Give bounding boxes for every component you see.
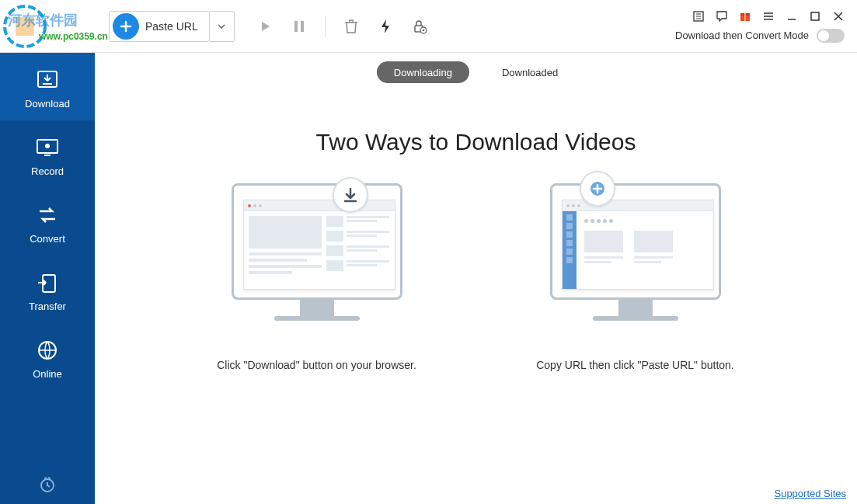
sidebar-item-record[interactable]: Record — [0, 120, 95, 188]
sidebar: Download Record Convert Transfer Online — [0, 53, 95, 504]
notes-icon[interactable] — [692, 10, 705, 23]
close-icon[interactable] — [832, 10, 845, 23]
svg-rect-2 — [301, 21, 304, 32]
sidebar-item-label: Download — [25, 98, 70, 109]
add-plus-icon — [580, 171, 615, 207]
scheduler-icon[interactable] — [0, 465, 95, 504]
download-arrow-icon — [333, 177, 368, 213]
method-paste-url: Copy URL then click "Paste URL" button. — [519, 183, 752, 374]
sidebar-item-online[interactable]: Online — [0, 323, 95, 391]
bolt-icon[interactable] — [377, 18, 394, 35]
online-icon — [34, 339, 61, 362]
trash-icon[interactable] — [343, 18, 360, 35]
method-caption: Click "Download" button on your browser. — [217, 357, 416, 374]
menu-icon[interactable] — [762, 10, 775, 23]
download-icon — [34, 68, 61, 92]
plus-icon — [113, 13, 139, 40]
feedback-icon[interactable] — [716, 10, 728, 23]
convert-mode-toggle[interactable] — [817, 29, 845, 43]
method-caption: Copy URL then click "Paste URL" button. — [536, 357, 734, 374]
paste-url-label: Paste URL — [145, 20, 209, 33]
transfer-icon — [34, 271, 61, 294]
page-title: Two Ways to Download Videos — [316, 129, 636, 155]
gift-icon[interactable] — [739, 10, 751, 23]
svg-point-5 — [422, 29, 424, 31]
separator — [325, 16, 326, 37]
sidebar-item-label: Convert — [30, 233, 65, 245]
watermark-url: www.pc0359.cn — [39, 31, 108, 42]
sidebar-item-label: Transfer — [29, 301, 66, 312]
play-icon[interactable] — [256, 18, 273, 35]
convert-icon — [34, 203, 61, 227]
sidebar-item-convert[interactable]: Convert — [0, 188, 95, 255]
svg-rect-1 — [294, 21, 298, 32]
svg-rect-9 — [744, 13, 746, 21]
convert-mode-label: Download then Convert Mode — [675, 30, 809, 41]
sidebar-item-label: Record — [31, 165, 64, 177]
method-browser-extension: Click "Download" button on your browser. — [200, 183, 434, 374]
pause-icon[interactable] — [291, 18, 308, 35]
record-icon — [34, 136, 61, 159]
minimize-icon[interactable] — [786, 10, 798, 23]
lock-settings-icon[interactable] — [411, 18, 428, 35]
tab-downloaded[interactable]: Downloaded — [485, 61, 575, 83]
tab-downloading[interactable]: Downloading — [377, 61, 469, 83]
maximize-icon[interactable] — [809, 10, 821, 23]
svg-point-13 — [45, 144, 50, 148]
svg-rect-10 — [811, 12, 819, 20]
paste-url-dropdown[interactable] — [210, 11, 235, 42]
supported-sites-link[interactable]: Supported Sites — [774, 488, 846, 499]
sidebar-item-transfer[interactable]: Transfer — [0, 255, 95, 323]
sidebar-item-label: Online — [33, 368, 62, 380]
app-logo: 河东软件园 www.pc0359.cn — [0, 0, 95, 53]
watermark-text: 河东软件园 — [8, 11, 78, 30]
sidebar-item-download[interactable]: Download — [0, 53, 95, 120]
paste-url-button[interactable]: Paste URL — [109, 11, 210, 42]
